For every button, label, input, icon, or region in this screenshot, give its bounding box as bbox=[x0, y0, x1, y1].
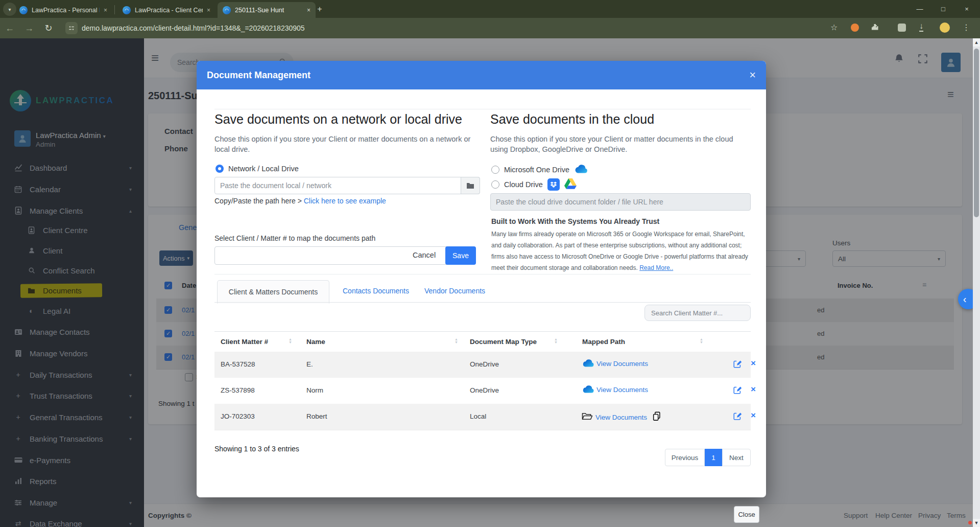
window-minimize-button[interactable]: — bbox=[908, 0, 931, 17]
col-client-matter[interactable]: Client Matter # bbox=[221, 338, 268, 346]
folder-open-icon bbox=[581, 411, 593, 423]
document-row-2: ZS-537898 Norm OneDrive View Documents × bbox=[214, 378, 751, 404]
sort-icons[interactable]: ▲▼ bbox=[289, 338, 292, 344]
browse-folder-button[interactable] bbox=[461, 177, 480, 194]
delete-x-icon[interactable]: × bbox=[751, 384, 756, 395]
tab-close-icon[interactable]: × bbox=[307, 7, 310, 14]
modal-close-button[interactable]: Close bbox=[734, 506, 759, 523]
tab-close-icon[interactable]: × bbox=[207, 7, 210, 14]
browser-tab-1[interactable]: ◠ LawPractica - Personal Dashboa × bbox=[14, 2, 112, 18]
view-documents-link[interactable]: View Documents bbox=[581, 411, 661, 423]
browser-tab-3-active[interactable]: ◠ 250111-Sue Hunt × bbox=[218, 2, 316, 18]
cloud-heading: Save documents in the cloud bbox=[490, 112, 654, 127]
status-red-dot bbox=[968, 521, 972, 524]
tab-vendor-documents[interactable]: Vendor Documents bbox=[424, 287, 485, 295]
tab-title: LawPractica - Client Centre bbox=[135, 7, 203, 14]
table-top-border bbox=[214, 331, 751, 332]
view-documents-link[interactable]: View Documents bbox=[582, 359, 648, 369]
screen: ▾ ◠ LawPractica - Personal Dashboa × ◠ L… bbox=[0, 0, 980, 527]
sort-icons[interactable]: ▲▼ bbox=[700, 338, 703, 344]
favicon: ◠ bbox=[223, 6, 231, 14]
cloud-drive-radio-row[interactable]: Cloud Drive bbox=[491, 178, 577, 191]
favicon: ◠ bbox=[123, 6, 131, 14]
edit-icon[interactable] bbox=[733, 385, 742, 397]
new-tab-button[interactable]: + bbox=[313, 3, 327, 16]
tab-contacts-documents[interactable]: Contacts Documents bbox=[343, 287, 409, 295]
modal-close-icon[interactable]: × bbox=[749, 70, 756, 81]
copy-note-text: Copy/Paste the path here > bbox=[214, 197, 302, 205]
divider bbox=[214, 109, 751, 109]
view-documents-link[interactable]: View Documents bbox=[582, 385, 648, 395]
document-management-modal: Document Management × Save documents on … bbox=[197, 61, 766, 497]
sort-down-icon: ▼ bbox=[455, 341, 458, 344]
tab-separator bbox=[114, 5, 115, 14]
cancel-button[interactable]: Cancel bbox=[413, 251, 436, 259]
trust-text: Many law firms already operate on Micros… bbox=[491, 231, 748, 271]
onedrive-icon bbox=[574, 164, 588, 175]
pagination-next[interactable]: Next bbox=[722, 449, 751, 466]
reload-button[interactable]: ↻ bbox=[39, 22, 58, 34]
extension-icon[interactable] bbox=[898, 24, 906, 32]
radio-unselected[interactable] bbox=[491, 180, 499, 189]
matter-search-input[interactable] bbox=[644, 305, 751, 321]
dropbox-icon bbox=[547, 178, 560, 191]
scroll-down-arrow[interactable]: ▼ bbox=[973, 519, 980, 527]
delete-x-icon[interactable]: × bbox=[751, 358, 756, 369]
col-mapped-path[interactable]: Mapped Path bbox=[582, 338, 625, 346]
browser-tab-2[interactable]: ◠ LawPractica - Client Centre × bbox=[117, 2, 216, 18]
sort-icons[interactable]: ▲▼ bbox=[554, 338, 558, 344]
window-maximize-button[interactable]: □ bbox=[931, 0, 955, 17]
onedrive-icon bbox=[582, 359, 594, 369]
tab-underline bbox=[214, 302, 751, 303]
cloud-drive-label: Cloud Drive bbox=[504, 180, 543, 189]
tab-title: LawPractica - Personal Dashboa bbox=[32, 7, 100, 14]
tab-close-icon[interactable]: × bbox=[104, 7, 107, 14]
local-heading: Save documents on a network or local dri… bbox=[214, 112, 462, 127]
extension-orange-icon[interactable] bbox=[851, 24, 859, 32]
copy-icon[interactable] bbox=[652, 411, 661, 423]
copy-path-note: Copy/Paste the path here > Click here to… bbox=[214, 197, 386, 205]
modal-title: Document Management bbox=[207, 70, 310, 81]
download-icon[interactable]: ↓ bbox=[919, 22, 923, 32]
cell-name: E. bbox=[306, 360, 313, 368]
view-documents-text: View Documents bbox=[596, 386, 648, 394]
cloud-url-input[interactable] bbox=[490, 193, 751, 211]
divider bbox=[214, 274, 751, 274]
network-local-radio-row[interactable]: Network / Local Drive bbox=[216, 165, 299, 173]
view-documents-text: View Documents bbox=[595, 414, 647, 421]
site-info-icon[interactable] bbox=[65, 22, 78, 34]
cell-type: OneDrive bbox=[470, 386, 499, 394]
extensions-puzzle-icon[interactable] bbox=[871, 24, 879, 34]
example-link[interactable]: Click here to see example bbox=[304, 197, 386, 205]
url-text[interactable]: demo.lawpractica.com/client-detail.html?… bbox=[82, 24, 305, 32]
tab-client-matters-documents[interactable]: Client & Matters Documents bbox=[217, 280, 329, 304]
delete-x-icon[interactable]: × bbox=[751, 410, 756, 421]
modal-header: Document Management × bbox=[197, 61, 766, 89]
scroll-up-arrow[interactable]: ▲ bbox=[973, 38, 980, 47]
local-path-input[interactable] bbox=[214, 177, 480, 194]
cell-name: Norm bbox=[306, 386, 323, 394]
read-more-link[interactable]: Read More.. bbox=[639, 264, 673, 271]
radio-unselected[interactable] bbox=[491, 166, 499, 174]
pagination-page-1[interactable]: 1 bbox=[705, 449, 722, 466]
radio-selected[interactable] bbox=[216, 165, 224, 173]
edit-icon[interactable] bbox=[733, 411, 742, 423]
pagination-previous[interactable]: Previous bbox=[665, 449, 705, 466]
scrollbar-thumb[interactable] bbox=[974, 49, 979, 217]
onedrive-radio-row[interactable]: Microsoft One Drive bbox=[491, 164, 588, 175]
cell-matter: JO-702303 bbox=[221, 413, 255, 420]
save-button[interactable]: Save bbox=[445, 246, 476, 265]
browser-menu-icon[interactable]: ⋮ bbox=[962, 22, 970, 32]
document-row-3: JO-702303 Robert Local View Documents × bbox=[214, 404, 751, 430]
bookmark-star-icon[interactable]: ☆ bbox=[830, 22, 838, 32]
edit-icon[interactable] bbox=[733, 359, 742, 371]
document-row-1: BA-537528 E. OneDrive View Documents × bbox=[214, 352, 751, 378]
sort-icons[interactable]: ▲▼ bbox=[455, 338, 458, 344]
profile-avatar[interactable] bbox=[940, 22, 950, 33]
col-document-map-type[interactable]: Document Map Type bbox=[470, 338, 537, 346]
back-button[interactable]: ← bbox=[0, 23, 19, 34]
col-name[interactable]: Name bbox=[306, 338, 325, 346]
forward-button[interactable]: → bbox=[19, 23, 39, 34]
page-scrollbar[interactable]: ▲ ▼ bbox=[973, 38, 980, 527]
window-close-button[interactable]: × bbox=[955, 0, 978, 17]
